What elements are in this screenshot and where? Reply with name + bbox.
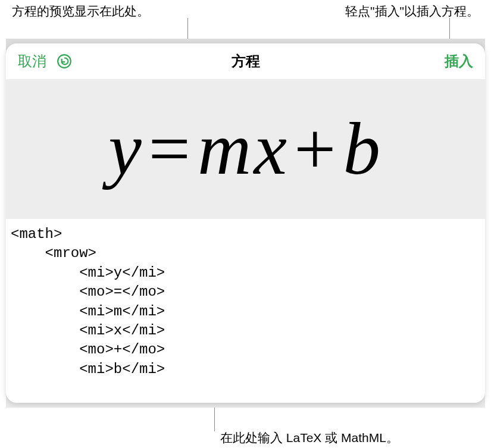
code-line: <mi>m</mi> [11, 302, 480, 321]
equation-editor-modal: 取消 方程 插入 y=mx+b <math> <mrow> <mi>y</mi>… [6, 43, 485, 403]
modal-backdrop: 取消 方程 插入 y=mx+b <math> <mrow> <mi>y</mi>… [6, 39, 485, 408]
code-line: <mi>y</mi> [11, 264, 480, 283]
equation-preview: y=mx+b [6, 79, 485, 219]
callout-top-row: 方程的预览显示在此处。 轻点"插入"以插入方程。 [0, 0, 491, 20]
code-line: <mi>b</mi> [11, 360, 480, 379]
eq-plus: + [289, 108, 343, 190]
callout-preview: 方程的预览显示在此处。 [12, 3, 149, 20]
code-line: <math> [11, 225, 480, 244]
callout-input: 在此处输入 LaTeX 或 MathML。 [220, 430, 399, 446]
eq-b: b [343, 108, 383, 190]
callout-insert: 轻点"插入"以插入方程。 [345, 3, 479, 20]
code-line: <mo>+</mo> [11, 340, 480, 359]
code-line: <mi>x</mi> [11, 321, 480, 340]
code-line: <mo>=</mo> [11, 283, 480, 302]
equation-render: y=mx+b [108, 106, 383, 192]
code-line: <mrow> [11, 244, 480, 263]
modal-header: 取消 方程 插入 [6, 43, 485, 79]
insert-button[interactable]: 插入 [445, 52, 473, 71]
eq-y: y [108, 108, 143, 190]
code-input-area[interactable]: <math> <mrow> <mi>y</mi> <mo>=</mo> <mi>… [6, 219, 485, 385]
undo-icon[interactable] [56, 53, 73, 70]
eq-m: m [198, 108, 254, 190]
eq-x: x [254, 108, 289, 190]
modal-title: 方程 [232, 52, 260, 71]
eq-equals: = [144, 108, 198, 190]
cancel-button[interactable]: 取消 [18, 52, 46, 71]
header-left-group: 取消 [18, 52, 73, 71]
